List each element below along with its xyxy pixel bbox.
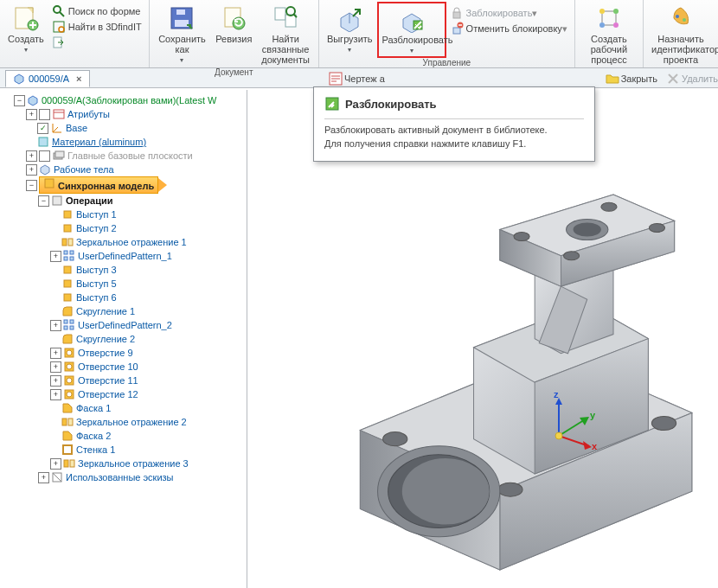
unlock-icon bbox=[398, 5, 426, 33]
tooltip-desc: Разблокировать активный документ в библи… bbox=[324, 125, 584, 135]
svg-rect-28 bbox=[55, 151, 64, 157]
tree-expand-icon[interactable]: + bbox=[50, 251, 61, 262]
tree-op-item[interactable]: Фаска 1 bbox=[76, 401, 111, 415]
tree-used-sketches[interactable]: Использованные эскизы bbox=[66, 470, 174, 484]
tree-op-item[interactable]: UserDefinedPattern_1 bbox=[78, 249, 172, 263]
tree-material[interactable]: Материал (aluminum) bbox=[52, 135, 146, 149]
tree-op-item[interactable]: Выступ 5 bbox=[76, 277, 117, 291]
create-button[interactable]: Создать ▾ bbox=[3, 2, 48, 56]
search-by-form-button[interactable]: Поиск по форме bbox=[50, 3, 144, 19]
ribbon: Создать ▾ Поиск по форме Найти в 3DfindI… bbox=[0, 0, 718, 68]
revision-button[interactable]: Ревизия bbox=[211, 2, 256, 55]
tree-op-item[interactable]: Выступ 3 bbox=[76, 263, 117, 277]
tree-op-item[interactable]: Зеркальное отражение 2 bbox=[76, 415, 187, 429]
tree-op-item[interactable]: Зеркальное отражение 1 bbox=[76, 235, 187, 249]
find-linked-docs-button[interactable]: Найти связанные документы bbox=[256, 2, 315, 67]
find-3dfindit-button[interactable]: Найти в 3DfindIT bbox=[50, 19, 144, 35]
drawing-button[interactable]: Чертеж а bbox=[329, 72, 385, 86]
svg-point-64 bbox=[498, 483, 522, 496]
svg-point-18 bbox=[599, 9, 605, 14]
tree-operations[interactable]: Операции bbox=[66, 194, 112, 208]
tree-op-item[interactable]: Выступ 6 bbox=[76, 291, 117, 304]
round-icon bbox=[61, 305, 74, 317]
context-toolbar: Чертеж а Закрыть Удалить bbox=[329, 71, 718, 86]
tree-base[interactable]: Base bbox=[66, 121, 87, 135]
tree-expand-icon[interactable]: + bbox=[50, 361, 61, 373]
lock-label: Заблокировать bbox=[466, 8, 533, 18]
svg-point-74 bbox=[574, 222, 601, 236]
find-3d-icon bbox=[52, 20, 66, 34]
close-doc-button[interactable]: Закрыть bbox=[606, 72, 657, 86]
svg-rect-12 bbox=[285, 15, 296, 27]
tab-close-button[interactable]: × bbox=[76, 74, 81, 84]
tree-expand-icon[interactable]: + bbox=[50, 348, 61, 359]
tree-expand-icon[interactable]: + bbox=[50, 458, 61, 470]
hole-icon bbox=[63, 388, 75, 400]
selection-arrow-icon bbox=[158, 178, 167, 192]
tree-op-item[interactable]: Отверстие 11 bbox=[78, 374, 138, 387]
boss-icon bbox=[61, 278, 74, 290]
tree-collapse-icon[interactable]: − bbox=[14, 95, 25, 106]
cancel-lock-button[interactable]: Отменить блокировку ▾ bbox=[448, 21, 569, 36]
document-tab[interactable]: 000059/A × bbox=[5, 70, 90, 87]
svg-point-63 bbox=[651, 416, 676, 430]
revision-label: Ревизия bbox=[215, 34, 252, 44]
unlock-tooltip: Разблокировать Разблокировать активный д… bbox=[313, 86, 595, 162]
tree-collapse-icon[interactable]: − bbox=[26, 180, 37, 191]
svg-rect-36 bbox=[70, 251, 74, 254]
checkbox[interactable]: ✓ bbox=[37, 123, 48, 134]
svg-rect-38 bbox=[70, 257, 74, 260]
tree-attributes[interactable]: Атрибуты bbox=[67, 107, 110, 121]
tree-op-item[interactable]: Стенка 1 bbox=[76, 443, 115, 457]
tree-expand-icon[interactable]: + bbox=[26, 109, 37, 120]
tree-selected-node[interactable]: Синхронная модель bbox=[39, 176, 158, 194]
extra-small-button[interactable] bbox=[50, 35, 144, 50]
tree-expand-icon[interactable]: + bbox=[50, 389, 61, 400]
svg-rect-58 bbox=[70, 460, 74, 467]
tree-expand-icon[interactable]: + bbox=[26, 150, 37, 162]
tree-op-item[interactable]: Скругление 2 bbox=[76, 332, 135, 346]
drawing-label: Чертеж а bbox=[344, 74, 385, 84]
create-workflow-button[interactable]: Создать рабочий процесс bbox=[579, 2, 639, 67]
lock-button[interactable]: Заблокировать ▾ bbox=[448, 5, 569, 21]
tree-root-label[interactable]: 000059/A(Заблокирован вами)(Latest W bbox=[42, 93, 216, 107]
tree-expand-icon[interactable]: + bbox=[26, 164, 37, 176]
sync-model-icon bbox=[43, 177, 55, 189]
checkbox[interactable] bbox=[39, 109, 50, 120]
tree-op-item[interactable]: UserDefinedPattern_2 bbox=[78, 318, 172, 332]
unlock-button[interactable]: Разблокировать ▾ bbox=[377, 2, 446, 58]
tab-label: 000059/A bbox=[29, 74, 69, 84]
tree-expand-icon[interactable]: + bbox=[50, 375, 61, 387]
tree-op-item[interactable]: Фаска 2 bbox=[76, 429, 111, 443]
tree-op-item[interactable]: Выступ 1 bbox=[76, 208, 117, 221]
save-as-button[interactable]: Сохранить как ▾ bbox=[153, 2, 212, 67]
save-as-label: Сохранить как bbox=[157, 34, 208, 54]
dropdown-caret-icon: ▾ bbox=[24, 46, 28, 54]
delete-button[interactable]: Удалить bbox=[666, 72, 718, 86]
tree-op-item[interactable]: Зеркальное отражение 3 bbox=[78, 457, 189, 470]
tree-op-item[interactable]: Отверстие 9 bbox=[78, 346, 133, 360]
svg-rect-8 bbox=[176, 10, 185, 15]
tree-bodies[interactable]: Рабочие тела bbox=[54, 163, 114, 176]
hole-icon bbox=[63, 361, 75, 373]
svg-point-53 bbox=[67, 392, 72, 397]
tree-op-item[interactable]: Скругление 1 bbox=[76, 304, 135, 318]
sketches-icon bbox=[51, 471, 63, 483]
upload-button[interactable]: Выгрузить ▾ bbox=[323, 2, 377, 56]
checkbox[interactable] bbox=[39, 150, 50, 162]
tree-collapse-icon[interactable]: − bbox=[38, 195, 49, 207]
feature-tree[interactable]: −000059/A(Заблокирован вами)(Latest W +А… bbox=[0, 90, 247, 588]
unlock-label: Разблокировать bbox=[382, 35, 441, 45]
tree-planes[interactable]: Главные базовые плоскости bbox=[67, 149, 193, 163]
svg-rect-16 bbox=[453, 28, 460, 34]
tree-op-item[interactable]: Отверстие 12 bbox=[78, 387, 138, 401]
svg-point-69 bbox=[514, 233, 529, 241]
svg-point-19 bbox=[613, 9, 619, 14]
tree-sync-model: Синхронная модель bbox=[58, 181, 154, 191]
tree-op-item[interactable]: Выступ 2 bbox=[76, 221, 117, 235]
tree-expand-icon[interactable]: + bbox=[38, 472, 49, 483]
tree-expand-icon[interactable]: + bbox=[50, 320, 61, 331]
3d-viewport[interactable]: Разблокировать Разблокировать активный д… bbox=[247, 90, 718, 588]
tree-op-item[interactable]: Отверстие 10 bbox=[78, 360, 138, 374]
assign-project-id-button[interactable]: Назначить идентификатор проекта bbox=[647, 2, 715, 67]
